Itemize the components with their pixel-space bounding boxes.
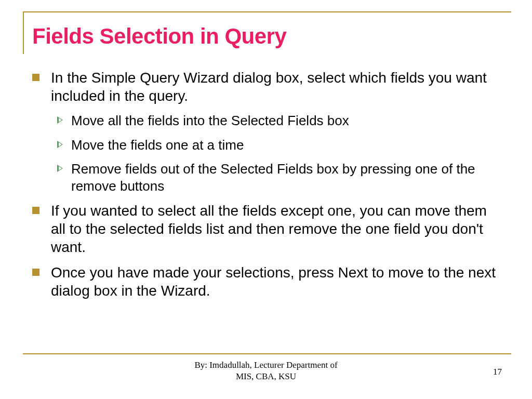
footer-text: By: Imdadullah, Lecturer Department of M…	[21, 360, 511, 382]
square-bullet-icon	[32, 207, 39, 214]
slide-border-left	[23, 11, 24, 54]
footer-divider	[23, 353, 511, 354]
slide-content: In the Simple Query Wizard dialog box, s…	[32, 69, 500, 307]
bullet-text: In the Simple Query Wizard dialog box, s…	[51, 69, 500, 105]
sub-bullet-text: Move all the fields into the Selected Fi…	[71, 112, 349, 129]
sub-bullet-text: Move the fields one at a time	[71, 137, 244, 154]
chevron-right-icon	[57, 165, 63, 172]
bullet-item: Once you have made your selections, pres…	[32, 263, 500, 300]
chevron-right-icon	[57, 141, 63, 148]
page-number: 17	[493, 367, 502, 377]
bullet-item: In the Simple Query Wizard dialog box, s…	[32, 69, 500, 105]
square-bullet-icon	[32, 269, 39, 276]
square-bullet-icon	[32, 74, 39, 81]
bullet-item: If you wanted to select all the fields e…	[32, 202, 500, 256]
footer-line-1: By: Imdadullah, Lecturer Department of	[21, 360, 511, 371]
slide-title: Fields Selection in Query	[32, 24, 286, 49]
sub-bullet-item: Move the fields one at a time	[57, 137, 500, 154]
sub-bullet-item: Remove fields out of the Selected Fields…	[57, 161, 500, 194]
footer-line-2: MIS, CBA, KSU	[21, 371, 511, 382]
bullet-text: Once you have made your selections, pres…	[51, 263, 500, 300]
chevron-right-icon	[57, 116, 63, 124]
bullet-text: If you wanted to select all the fields e…	[51, 202, 500, 256]
sub-bullet-item: Move all the fields into the Selected Fi…	[57, 112, 500, 129]
slide-border-top	[23, 11, 511, 12]
sub-bullet-text: Remove fields out of the Selected Fields…	[71, 161, 500, 194]
